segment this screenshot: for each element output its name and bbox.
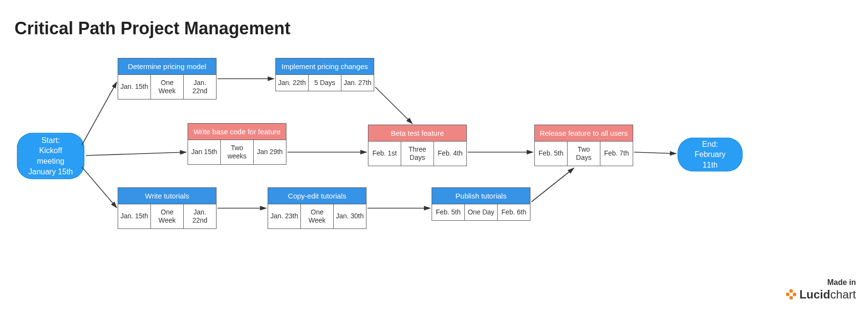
task-publish: Publish tutorials Feb. 5th One Day Feb. … (432, 187, 530, 221)
task-title: Write tutorials (118, 188, 216, 204)
brand-text: Lucidchart (800, 288, 856, 301)
svg-line-1 (86, 152, 186, 156)
task-base-code: Write base code for feature Jan 15th Two… (188, 123, 286, 165)
attribution-brand: Lucidchart (786, 288, 856, 301)
task-start: Feb. 1st (368, 141, 401, 166)
task-pricing-changes: Implement pricing changes Jan. 22th 5 Da… (275, 58, 374, 91)
task-title: Determine pricing model (118, 58, 216, 74)
diagram-canvas: Start: Kickoff meeting January 15th End:… (0, 0, 868, 312)
task-finish: Jan. 22nd (183, 204, 216, 228)
attribution-madein: Made in (786, 278, 856, 287)
svg-line-0 (82, 82, 117, 145)
task-start: Feb. 5th (535, 141, 567, 166)
task-finish: Feb. 6th (497, 204, 530, 220)
task-beta-test: Beta test feature Feb. 1st Three Days Fe… (368, 125, 467, 166)
task-title: Release feature to all users (535, 125, 633, 141)
task-start: Feb. 5th (432, 204, 464, 220)
task-duration: 5 Days (308, 74, 341, 91)
task-duration: Two weeks (220, 140, 253, 164)
task-finish: Jan 29th (253, 140, 286, 164)
attribution: Made in Lucidchart (786, 278, 856, 301)
start-line2: Kickoff meeting (26, 145, 76, 166)
start-line1: Start: (41, 135, 60, 146)
svg-line-7 (634, 152, 676, 154)
task-start: Jan. 15th (118, 204, 150, 228)
task-title: Publish tutorials (432, 188, 530, 204)
task-duration: One Day (464, 204, 497, 220)
task-duration: One Week (300, 204, 333, 228)
end-line1: End: (702, 139, 718, 150)
task-finish: Feb. 4th (434, 141, 466, 166)
start-line3: January 15th (28, 167, 73, 177)
lucidchart-icon (786, 289, 797, 300)
task-start: Jan. 22th (276, 74, 308, 91)
task-finish: Jan. 22nd (183, 74, 216, 99)
task-title: Implement pricing changes (276, 58, 374, 74)
task-start: Jan 15th (188, 140, 220, 164)
start-node: Start: Kickoff meeting January 15th (17, 133, 84, 179)
end-line2: February 11th (686, 149, 734, 170)
task-duration: Three Days (401, 141, 434, 166)
task-title: Write base code for feature (188, 124, 286, 140)
svg-line-2 (82, 167, 117, 208)
task-pricing-model: Determine pricing model Jan. 15th One We… (118, 58, 217, 99)
end-node: End: February 11th (678, 138, 743, 171)
task-finish: Jan. 30th (333, 204, 366, 228)
task-write-tutorials: Write tutorials Jan. 15th One Week Jan. … (118, 187, 217, 229)
task-release: Release feature to all users Feb. 5th Tw… (534, 125, 633, 166)
task-title: Beta test feature (368, 125, 466, 141)
task-finish: Jan. 27th (341, 74, 374, 91)
task-duration: One Week (150, 74, 183, 99)
task-title: Copy-edit tutorials (268, 188, 366, 204)
svg-line-4 (375, 87, 412, 124)
task-finish: Feb. 7th (600, 141, 633, 166)
task-start: Jan. 15th (118, 74, 150, 99)
task-duration: Two Days (567, 141, 600, 166)
svg-line-10 (531, 168, 574, 202)
task-duration: One Week (150, 204, 183, 228)
task-copyedit: Copy-edit tutorials Jan. 23th One Week J… (268, 187, 366, 229)
task-start: Jan. 23th (268, 204, 300, 228)
